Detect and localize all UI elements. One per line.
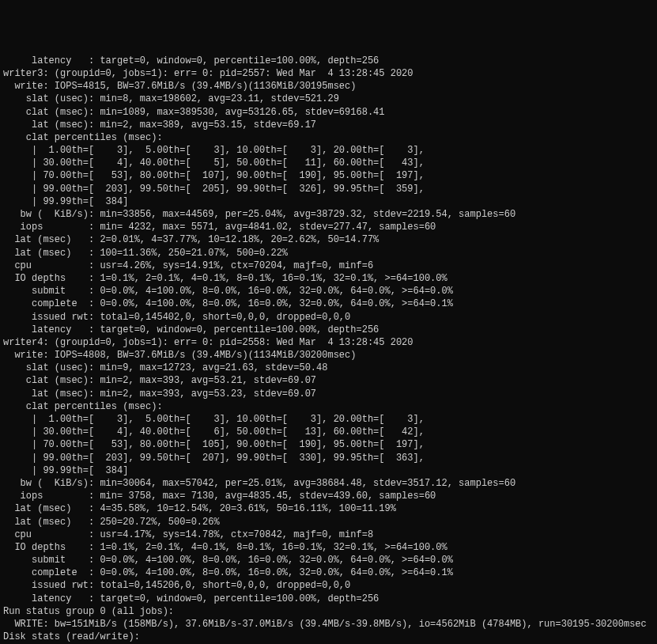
terminal-line: lat (msec) : 4=35.58%, 10=12.54%, 20=3.6… bbox=[3, 502, 654, 515]
terminal-line: slat (usec): min=9, max=12723, avg=21.63… bbox=[3, 362, 654, 374]
terminal-line: IO depths : 1=0.1%, 2=0.1%, 4=0.1%, 8=0.… bbox=[3, 272, 654, 285]
terminal-line: | 99.00th=[ 203], 99.50th=[ 207], 99.90t… bbox=[3, 452, 654, 464]
terminal-line: lat (msec) : 2=0.01%, 4=37.77%, 10=12.18… bbox=[3, 233, 654, 246]
terminal-line: latency : target=0, window=0, percentile… bbox=[3, 55, 654, 67]
terminal-line: IO depths : 1=0.1%, 2=0.1%, 4=0.1%, 8=0.… bbox=[3, 541, 654, 554]
terminal-line: clat (msec): min=1089, max=389530, avg=5… bbox=[3, 106, 654, 119]
terminal-line: write: IOPS=4808, BW=37.6MiB/s (39.4MB/s… bbox=[3, 349, 654, 362]
terminal-line: lat (msec) : 250=20.72%, 500=0.26% bbox=[3, 516, 654, 528]
terminal-line: latency : target=0, window=0, percentile… bbox=[3, 324, 654, 336]
terminal-line: issued rwt: total=0,145402,0, short=0,0,… bbox=[3, 311, 654, 324]
terminal-line: cpu : usr=4.26%, sys=14.91%, ctx=70204, … bbox=[3, 259, 654, 272]
terminal-line: | 99.00th=[ 203], 99.50th=[ 205], 99.90t… bbox=[3, 183, 654, 195]
terminal-line: slat (usec): min=8, max=198602, avg=23.1… bbox=[3, 93, 654, 105]
terminal-line: | 1.00th=[ 3], 5.00th=[ 3], 10.00th=[ 3]… bbox=[3, 413, 654, 426]
terminal-line: issued rwt: total=0,145206,0, short=0,0,… bbox=[3, 579, 654, 592]
terminal-line: writer3: (groupid=0, jobs=1): err= 0: pi… bbox=[3, 67, 654, 80]
terminal-line: clat percentiles (msec): bbox=[3, 400, 654, 413]
terminal-line: Run status group 0 (all jobs): bbox=[3, 605, 654, 618]
terminal-line: complete : 0=0.0%, 4=100.0%, 8=0.0%, 16=… bbox=[3, 566, 654, 579]
terminal-line: lat (msec): min=2, max=393, avg=53.23, s… bbox=[3, 388, 654, 400]
terminal-line: clat percentiles (msec): bbox=[3, 131, 654, 144]
terminal-line: | 70.00th=[ 53], 80.00th=[ 107], 90.00th… bbox=[3, 169, 654, 182]
terminal-line: write: IOPS=4815, BW=37.6MiB/s (39.4MB/s… bbox=[3, 80, 654, 93]
terminal-line: | 30.00th=[ 4], 40.00th=[ 5], 50.00th=[ … bbox=[3, 157, 654, 169]
terminal-line: lat (msec) : 100=11.36%, 250=21.07%, 500… bbox=[3, 247, 654, 259]
terminal-line: submit : 0=0.0%, 4=100.0%, 8=0.0%, 16=0.… bbox=[3, 285, 654, 297]
terminal-line: WRITE: bw=151MiB/s (158MB/s), 37.6MiB/s-… bbox=[3, 618, 654, 631]
terminal-line: bw ( KiB/s): min=33856, max=44569, per=2… bbox=[3, 208, 654, 221]
terminal-line: iops : min= 4232, max= 5571, avg=4841.02… bbox=[3, 221, 654, 233]
terminal-line: latency : target=0, window=0, percentile… bbox=[3, 593, 654, 605]
terminal-line: | 1.00th=[ 3], 5.00th=[ 3], 10.00th=[ 3]… bbox=[3, 144, 654, 157]
terminal-line: | 99.99th=[ 384] bbox=[3, 195, 654, 208]
terminal-line: Disk stats (read/write): bbox=[3, 631, 654, 643]
terminal-line: clat (msec): min=2, max=393, avg=53.21, … bbox=[3, 374, 654, 387]
terminal-line: submit : 0=0.0%, 4=100.0%, 8=0.0%, 16=0.… bbox=[3, 554, 654, 566]
terminal-line: iops : min= 3758, max= 7130, avg=4835.45… bbox=[3, 490, 654, 502]
terminal-line: lat (msec): min=2, max=389, avg=53.15, s… bbox=[3, 119, 654, 131]
terminal-line: | 30.00th=[ 4], 40.00th=[ 6], 50.00th=[ … bbox=[3, 426, 654, 438]
terminal-line: bw ( KiB/s): min=30064, max=57042, per=2… bbox=[3, 477, 654, 490]
terminal-output: latency : target=0, window=0, percentile… bbox=[3, 55, 654, 644]
terminal-line: writer4: (groupid=0, jobs=1): err= 0: pi… bbox=[3, 336, 654, 349]
terminal-line: cpu : usr=4.17%, sys=14.78%, ctx=70842, … bbox=[3, 528, 654, 541]
terminal-line: complete : 0=0.0%, 4=100.0%, 8=0.0%, 16=… bbox=[3, 297, 654, 310]
terminal-line: | 70.00th=[ 53], 80.00th=[ 105], 90.00th… bbox=[3, 438, 654, 451]
terminal-line: | 99.99th=[ 384] bbox=[3, 464, 654, 477]
